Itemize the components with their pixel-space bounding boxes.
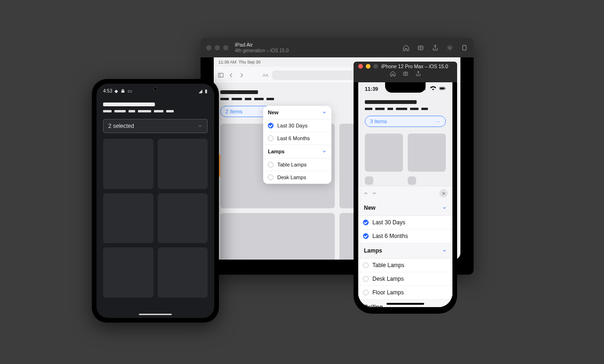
forward-icon[interactable] [238, 72, 245, 79]
product-tile[interactable] [158, 139, 208, 189]
chip-more-icon: ··· [435, 119, 441, 124]
home-indicator[interactable] [387, 303, 424, 305]
battery-icon: ▮ [205, 88, 208, 94]
appearance-icon[interactable] [446, 44, 453, 51]
product-tile[interactable] [103, 247, 153, 298]
product-tile[interactable] [158, 193, 208, 244]
chevron-down-icon [198, 124, 202, 128]
heading-placeholder [365, 100, 417, 104]
radio-icon [363, 290, 369, 295]
svg-rect-14 [445, 88, 445, 89]
screenshot-icon[interactable] [403, 71, 409, 77]
product-tile[interactable] [158, 247, 208, 298]
option-last-6-months[interactable]: Last 6 Months [263, 132, 331, 145]
android-status-bar: 4:53 ◆ 🔒︎ ▭ ◢ ▮ [97, 84, 214, 98]
window-title: iPad Air [235, 42, 289, 47]
chevron-down-icon[interactable] [371, 190, 377, 196]
window-title: iPhone 12 Pro Max – iOS 15.0 [381, 63, 448, 69]
lock-icon: 🔒︎ [121, 88, 125, 94]
option-table-lamps[interactable]: Table Lamps [263, 158, 331, 171]
window-subtitle: 4th generation – iOS 15.0 [235, 48, 289, 53]
window-traffic-lights[interactable] [358, 64, 378, 69]
option-desk-lamps[interactable]: Desk Lamps [358, 272, 452, 286]
front-camera [153, 87, 157, 91]
product-tile[interactable] [365, 134, 403, 172]
svg-rect-0 [419, 46, 423, 49]
window-traffic-lights[interactable] [206, 45, 228, 50]
iphone-simulator-window: iPhone 12 Pro Max – iOS 15.0 11:39 [354, 62, 457, 314]
home-icon[interactable] [403, 44, 410, 51]
filter-select[interactable]: 2 selected [103, 119, 208, 133]
radio-icon [268, 162, 274, 167]
option-last-30-days[interactable]: Last 30 Days [358, 216, 452, 229]
calendar-icon: ▭ [128, 88, 132, 94]
product-tile[interactable] [103, 139, 153, 189]
product-grid [365, 134, 446, 185]
svg-rect-4 [218, 73, 224, 77]
android-screen: 4:53 ◆ 🔒︎ ▭ ◢ ▮ 2 selected [97, 84, 214, 318]
chevron-up-icon[interactable] [363, 190, 369, 196]
radio-checked-icon [268, 123, 274, 128]
rotate-icon[interactable] [461, 44, 468, 51]
chip-label: 2 Items [225, 109, 242, 114]
chevron-down-icon [322, 149, 327, 154]
product-tile[interactable] [103, 193, 153, 244]
back-icon[interactable] [228, 72, 234, 79]
status-date: Thu Sep 30 [239, 60, 261, 64]
product-tile[interactable] [408, 134, 446, 172]
svg-rect-13 [440, 87, 444, 89]
font-size-button[interactable]: AA [263, 73, 268, 78]
chip-label: 3 Items [370, 119, 387, 124]
option-table-lamps[interactable]: Table Lamps [358, 259, 452, 272]
chevron-down-icon [322, 110, 327, 115]
popover-section-new[interactable]: New [263, 106, 331, 119]
close-button[interactable] [439, 189, 448, 198]
filter-popover: New Last 30 Days Last 6 Months Lamps Tab… [263, 106, 331, 184]
svg-rect-3 [463, 45, 467, 50]
option-last-6-months[interactable]: Last 6 Months [358, 229, 452, 243]
product-tile[interactable] [365, 176, 373, 185]
home-icon[interactable] [390, 71, 396, 77]
option-last-30-days[interactable]: Last 30 Days [263, 119, 331, 132]
signal-icon: ◢ [199, 88, 202, 94]
subheading-placeholder [365, 108, 446, 110]
radio-icon [363, 276, 369, 282]
chevron-down-icon [442, 248, 447, 253]
sheet-section-lamps[interactable]: Lamps [358, 243, 452, 259]
screenshot-icon[interactable] [417, 44, 424, 51]
share-icon[interactable] [432, 44, 439, 51]
iphone-screen: 11:39 3 Items ··· [358, 82, 452, 307]
heading-placeholder [220, 90, 258, 94]
popover-section-lamps[interactable]: Lamps [263, 145, 331, 158]
filter-chip[interactable]: 3 Items ··· [365, 116, 446, 127]
heading-placeholder [103, 103, 155, 106]
product-tile[interactable] [408, 176, 416, 185]
radio-icon [363, 262, 369, 268]
sheet-handle [358, 186, 452, 200]
share-icon[interactable] [415, 71, 421, 77]
product-tile[interactable] [220, 213, 335, 260]
svg-point-1 [420, 47, 422, 48]
sidebar-icon[interactable] [217, 72, 224, 79]
chevron-down-icon [442, 206, 447, 210]
notification-icon: ◆ [114, 88, 118, 94]
svg-rect-6 [403, 72, 408, 75]
option-desk-lamps[interactable]: Desk Lamps [263, 171, 331, 184]
product-grid [103, 139, 208, 298]
android-device: 4:53 ◆ 🔒︎ ▭ ◢ ▮ 2 selected [92, 79, 219, 323]
sheet-section-new[interactable]: New [358, 200, 452, 216]
radio-checked-icon [363, 220, 369, 225]
radio-icon [268, 174, 274, 180]
iphone-notch [385, 82, 426, 93]
select-label: 2 selected [108, 123, 134, 129]
radio-checked-icon [363, 233, 369, 239]
filter-sheet: New Last 30 Days Last 6 Months Lamps Tab… [358, 186, 452, 307]
status-time: 11:39 AM [218, 60, 236, 64]
status-time: 11:39 [365, 86, 378, 92]
svg-point-2 [449, 47, 451, 49]
option-floor-lamps[interactable]: Floor Lamps [358, 286, 452, 300]
ipad-titlebar: iPad Air 4th generation – iOS 15.0 [201, 38, 474, 57]
status-time: 4:53 [103, 88, 112, 94]
subheading-placeholder [103, 110, 208, 112]
home-indicator[interactable] [139, 314, 172, 315]
